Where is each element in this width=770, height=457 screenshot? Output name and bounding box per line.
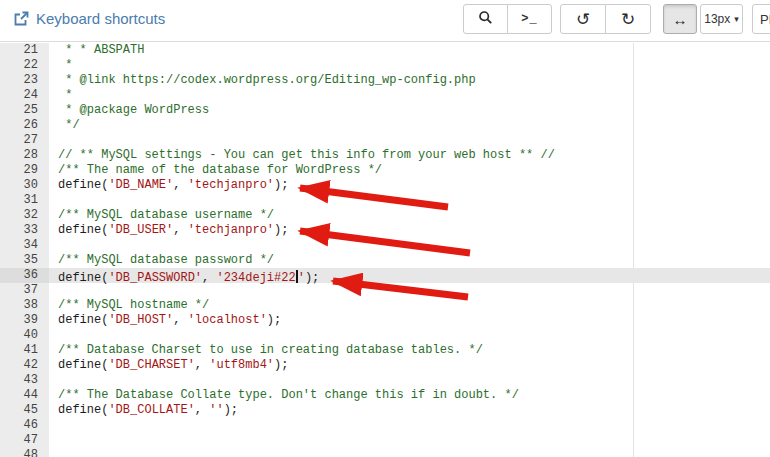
code-text: define('DB_NAME', 'techjanpro'); xyxy=(49,178,770,193)
code-comment: * @package WordPress xyxy=(58,103,209,117)
code-string: 'DB_USER' xyxy=(108,223,173,237)
line-number: 30 xyxy=(0,178,49,193)
code-comment: // ** MySQL settings - You can get this … xyxy=(58,148,555,162)
code-text: * xyxy=(49,88,770,103)
code-line[interactable]: 32/** MySQL database username */ xyxy=(0,208,770,223)
code-line[interactable]: 35/** MySQL database password */ xyxy=(0,253,770,268)
undo-button[interactable]: ↺ xyxy=(560,4,606,34)
code-plain: , xyxy=(173,313,187,327)
code-rows: 21 * * ABSPATH22 *23 * @link https://cod… xyxy=(0,43,770,457)
code-line[interactable]: 42define('DB_CHARSET', 'utf8mb4'); xyxy=(0,358,770,373)
code-line[interactable]: 36define('DB_PASSWORD', '234deji#22'); xyxy=(0,268,770,283)
terminal-button[interactable]: >_ xyxy=(507,4,552,34)
code-line[interactable]: 45define('DB_COLLATE', ''); xyxy=(0,403,770,418)
line-number: 24 xyxy=(0,88,49,103)
code-plain: define( xyxy=(58,178,108,192)
code-plain: , xyxy=(173,178,187,192)
redo-icon: ↻ xyxy=(621,11,635,28)
code-plain: ); xyxy=(267,313,281,327)
code-plain: define( xyxy=(58,358,108,372)
code-line[interactable]: 44/** The Database Collate type. Don't c… xyxy=(0,388,770,403)
code-plain: define( xyxy=(58,403,108,417)
code-line[interactable]: 39define('DB_HOST', 'localhost'); xyxy=(0,313,770,328)
code-string: 'DB_NAME' xyxy=(108,178,173,192)
code-text xyxy=(49,433,770,448)
code-editor-window: Keyboard shortcuts >_ ↺ ↻ xyxy=(0,0,770,457)
line-number: 25 xyxy=(0,103,49,118)
code-text xyxy=(49,418,770,433)
syntax-dropdown[interactable]: PHP xyxy=(752,4,770,34)
code-line[interactable]: 23 * @link https://codex.wordpress.org/E… xyxy=(0,73,770,88)
line-number: 48 xyxy=(0,448,49,457)
redo-button[interactable]: ↻ xyxy=(605,4,651,34)
line-number: 42 xyxy=(0,358,49,373)
code-text xyxy=(49,373,770,388)
code-line[interactable]: 40 xyxy=(0,328,770,343)
code-line[interactable]: 34 xyxy=(0,238,770,253)
line-number: 22 xyxy=(0,58,49,73)
code-text: define('DB_COLLATE', ''); xyxy=(49,403,770,418)
code-plain: ); xyxy=(224,403,238,417)
code-comment: /** MySQL hostname */ xyxy=(58,298,209,312)
code-text: /** MySQL database username */ xyxy=(49,208,770,223)
code-line[interactable]: 48 xyxy=(0,448,770,457)
code-string: 'utf8mb4' xyxy=(209,358,274,372)
code-line[interactable]: 37 xyxy=(0,283,770,298)
keyboard-shortcuts-label: Keyboard shortcuts xyxy=(36,10,165,27)
code-line[interactable]: 30define('DB_NAME', 'techjanpro'); xyxy=(0,178,770,193)
code-text: /** MySQL database password */ xyxy=(49,253,770,268)
line-number: 33 xyxy=(0,223,49,238)
code-line[interactable]: 21 * * ABSPATH xyxy=(0,43,770,58)
code-line[interactable]: 26 */ xyxy=(0,118,770,133)
keyboard-shortcuts-link[interactable]: Keyboard shortcuts xyxy=(13,10,165,27)
code-line[interactable]: 24 * xyxy=(0,88,770,103)
line-number: 35 xyxy=(0,253,49,268)
code-text: * xyxy=(49,58,770,73)
code-text: define('DB_USER', 'techjanpro'); xyxy=(49,223,770,238)
code-comment: /** MySQL database username */ xyxy=(58,208,274,222)
code-line[interactable]: 27 xyxy=(0,133,770,148)
code-string: 'DB_HOST' xyxy=(108,313,173,327)
code-line[interactable]: 25 * @package WordPress xyxy=(0,103,770,118)
code-comment: * * ABSPATH xyxy=(58,43,144,57)
editor-toolbar: Keyboard shortcuts >_ ↺ ↻ xyxy=(0,0,770,42)
line-number: 23 xyxy=(0,73,49,88)
code-line[interactable]: 22 * xyxy=(0,58,770,73)
word-wrap-toggle[interactable]: ↔ xyxy=(663,4,697,34)
line-number: 39 xyxy=(0,313,49,328)
code-plain: define( xyxy=(58,313,108,327)
search-button[interactable] xyxy=(463,4,508,34)
undo-icon: ↺ xyxy=(576,11,590,28)
code-plain: define( xyxy=(58,223,108,237)
code-string: 'techjanpro' xyxy=(188,178,274,192)
code-line[interactable]: 29/** The name of the database for WordP… xyxy=(0,163,770,178)
chevron-down-icon: ▾ xyxy=(734,14,739,24)
code-line[interactable]: 43 xyxy=(0,373,770,388)
code-comment: * @link https://codex.wordpress.org/Edit… xyxy=(58,73,476,87)
line-number: 29 xyxy=(0,163,49,178)
code-text: define('DB_CHARSET', 'utf8mb4'); xyxy=(49,358,770,373)
code-line[interactable]: 46 xyxy=(0,418,770,433)
code-text xyxy=(49,133,770,148)
line-number: 46 xyxy=(0,418,49,433)
code-line[interactable]: 31 xyxy=(0,193,770,208)
line-number: 31 xyxy=(0,193,49,208)
code-string: '' xyxy=(209,403,223,417)
code-line[interactable]: 33define('DB_USER', 'techjanpro'); xyxy=(0,223,770,238)
code-line[interactable]: 47 xyxy=(0,433,770,448)
undo-redo-group: ↺ ↻ xyxy=(560,4,651,34)
code-comment: /** The name of the database for WordPre… xyxy=(58,163,382,177)
font-size-dropdown[interactable]: 13px ▾ xyxy=(700,4,743,34)
code-text: define('DB_PASSWORD', '234deji#22'); xyxy=(49,268,770,283)
code-line[interactable]: 38/** MySQL hostname */ xyxy=(0,298,770,313)
code-comment: /** The Database Collate type. Don't cha… xyxy=(58,388,519,402)
search-icon xyxy=(478,10,493,28)
code-editor[interactable]: 21 * * ABSPATH22 *23 * @link https://cod… xyxy=(0,43,770,457)
line-number: 28 xyxy=(0,148,49,163)
code-line[interactable]: 28// ** MySQL settings - You can get thi… xyxy=(0,148,770,163)
code-text: */ xyxy=(49,118,770,133)
code-text xyxy=(49,328,770,343)
terminal-icon: >_ xyxy=(521,12,537,26)
code-line[interactable]: 41/** Database Charset to use in creatin… xyxy=(0,343,770,358)
code-plain: ); xyxy=(274,223,288,237)
